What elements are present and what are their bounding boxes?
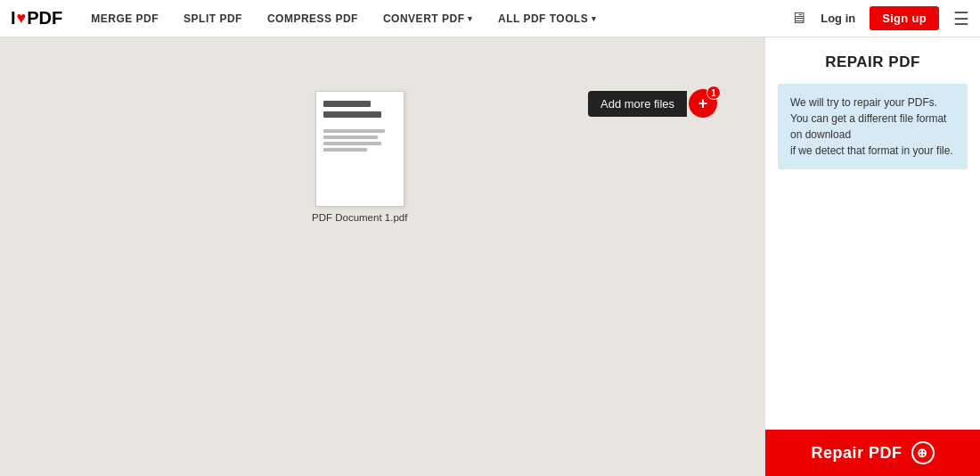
hamburger-icon[interactable]: ☰ xyxy=(953,8,969,29)
header: I♥PDF MERGE PDF SPLIT PDF COMPRESS PDF C… xyxy=(0,0,980,37)
pdf-line-sm-3 xyxy=(323,142,382,145)
main-area: PDF Document 1.pdf Add more files + 1 RE… xyxy=(0,37,980,476)
pdf-line-sm-4 xyxy=(323,148,367,152)
header-right: 🖥 Log in Sign up ☰ xyxy=(790,6,969,30)
nav-all-pdf-tools[interactable]: ALL PDF TOOLS ▾ xyxy=(486,0,609,37)
signup-button[interactable]: Sign up xyxy=(870,6,939,30)
pdf-page-preview xyxy=(315,91,404,207)
monitor-icon[interactable]: 🖥 xyxy=(790,9,806,28)
pdf-filename: PDF Document 1.pdf xyxy=(312,212,407,223)
right-panel: REPAIR PDF We will try to repair your PD… xyxy=(764,37,980,476)
nav-split-pdf[interactable]: SPLIT PDF xyxy=(171,0,255,37)
all-pdf-tools-arrow-icon: ▾ xyxy=(592,14,597,23)
file-area: PDF Document 1.pdf Add more files + 1 xyxy=(0,37,764,476)
logo-i: I xyxy=(11,8,16,29)
repair-pdf-button[interactable]: Repair PDF ⊕ xyxy=(765,430,980,476)
nav-links: MERGE PDF SPLIT PDF COMPRESS PDF CONVERT… xyxy=(78,0,790,37)
nav-convert-pdf[interactable]: CONVERT PDF ▾ xyxy=(371,0,486,37)
pdf-line-2 xyxy=(323,111,382,118)
logo-heart-icon: ♥ xyxy=(17,9,27,28)
nav-compress-pdf[interactable]: COMPRESS PDF xyxy=(255,0,371,37)
repair-pdf-icon: ⊕ xyxy=(911,441,935,464)
info-box: We will try to repair your PDFs.You can … xyxy=(778,84,968,169)
pdf-line-sm-1 xyxy=(323,129,386,133)
pdf-line-1 xyxy=(323,101,371,107)
info-text: We will try to repair your PDFs.You can … xyxy=(790,96,953,157)
repair-pdf-label: Repair PDF xyxy=(811,444,902,463)
pdf-lines-group xyxy=(323,129,396,152)
add-files-button-group[interactable]: Add more files + 1 xyxy=(588,89,717,118)
right-panel-title: REPAIR PDF xyxy=(765,37,980,84)
logo[interactable]: I♥PDF xyxy=(11,8,62,29)
add-files-circle-button[interactable]: + 1 xyxy=(689,89,717,118)
pdf-thumbnail: PDF Document 1.pdf xyxy=(312,91,407,223)
add-files-plus-icon: + xyxy=(698,94,708,113)
add-files-label[interactable]: Add more files xyxy=(588,91,687,117)
nav-merge-pdf[interactable]: MERGE PDF xyxy=(78,0,171,37)
pdf-line-sm-2 xyxy=(323,135,379,139)
convert-pdf-arrow-icon: ▾ xyxy=(468,14,473,23)
files-count-badge: 1 xyxy=(706,86,721,100)
logo-pdf: PDF xyxy=(27,8,62,29)
login-button[interactable]: Log in xyxy=(815,12,861,25)
